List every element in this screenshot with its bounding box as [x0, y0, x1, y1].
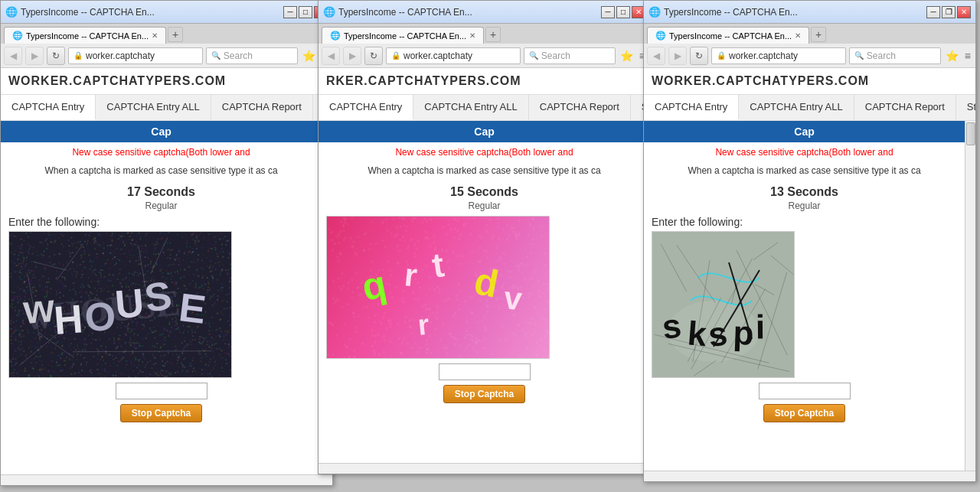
search-box-2[interactable]: 🔍 Search	[524, 47, 616, 64]
main-content-2: Cap New case sensitive captcha(Both lowe…	[318, 121, 650, 463]
window-title-2: TypersIncome -- CAPTCHA En...	[338, 7, 598, 18]
search-icon-1: 🔍	[211, 51, 220, 60]
site-header-1: WORKER.CAPTCHATYPERS.COM	[1, 68, 332, 94]
tab-close-1[interactable]: ✕	[152, 31, 158, 40]
address-icon-2: 🔒	[391, 51, 400, 60]
address-icon-1: 🔒	[74, 51, 83, 60]
tab-add-3[interactable]: +	[811, 27, 826, 42]
site-header-3: WORKER.CAPTCHATYPERS.COM	[644, 68, 975, 94]
nav-menu-2: CAPTCHA Entry CAPTCHA Entry ALL CAPTCHA …	[318, 94, 650, 121]
captcha-image-1	[8, 231, 232, 378]
menu-captcha-entry-3[interactable]: CAPTCHA Entry	[644, 95, 739, 120]
refresh-button-1[interactable]: ↻	[47, 47, 65, 65]
scrollbar-h-2[interactable]	[318, 463, 650, 474]
content-area-2: RKER.CAPTCHATYPERS.COM CAPTCHA Entry CAP…	[318, 68, 650, 474]
address-bar-1[interactable]: 🔒 worker.captchaty	[68, 47, 203, 64]
captcha-container-3: Enter the following:	[644, 216, 965, 378]
window-controls-2: ─ □ ✕	[601, 6, 645, 18]
scrollable-row-3: Cap New case sensitive captcha(Both lowe…	[644, 121, 975, 471]
mode-1: Regular	[1, 200, 322, 216]
scrollable-row-1: Cap New case sensitive captcha(Both lowe…	[1, 121, 332, 474]
info-text-3: When a captcha is marked as case sensiti…	[644, 162, 965, 179]
captcha-input-1[interactable]	[116, 383, 207, 399]
search-box-3[interactable]: 🔍 Search	[849, 47, 941, 64]
menu-captcha-entry-2[interactable]: CAPTCHA Entry	[318, 95, 413, 120]
scrollbar-h-1[interactable]	[1, 474, 332, 485]
back-button-1[interactable]: ◀	[4, 47, 22, 65]
main-content-3: Cap New case sensitive captcha(Both lowe…	[644, 121, 965, 471]
tab-add-2[interactable]: +	[485, 27, 501, 42]
maximize-button-1[interactable]: □	[299, 6, 312, 18]
tab-3-active[interactable]: 🌐 TypersIncome -- CAPTCHA En... ✕	[647, 27, 809, 44]
tab-bar-1: 🌐 TypersIncome -- CAPTCHA En... ✕ +	[1, 24, 332, 44]
scrollbar-h-3[interactable]	[644, 471, 975, 481]
captcha-input-3[interactable]	[759, 383, 851, 399]
address-bar-3[interactable]: 🔒 worker.captchaty	[711, 47, 846, 64]
stop-captcha-button-2[interactable]: Stop Captcha	[443, 385, 525, 403]
info-text-1: When a captcha is marked as case sensiti…	[1, 162, 322, 179]
nav-menu-3: CAPTCHA Entry CAPTCHA Entry ALL CAPTCHA …	[644, 94, 975, 121]
mode-2: Regular	[318, 200, 650, 216]
minimize-button-3[interactable]: ─	[926, 6, 940, 18]
address-bar-2[interactable]: 🔒 worker.captchaty	[386, 47, 521, 64]
captcha-image-3	[652, 231, 795, 378]
nav-stars-3[interactable]: ⭐	[944, 48, 960, 64]
captcha-header-3: Cap	[644, 121, 965, 142]
menu-captcha-report-1[interactable]: CAPTCHA Report	[211, 95, 313, 120]
back-button-2[interactable]: ◀	[322, 47, 340, 65]
menu-statistics-3[interactable]: Statistics	[956, 95, 975, 120]
notice-text-1: New case sensitive captcha(Both lower an…	[1, 142, 322, 162]
menu-captcha-report-2[interactable]: CAPTCHA Report	[529, 95, 631, 120]
nav-bar-1: ◀ ▶ ↻ 🔒 worker.captchaty 🔍 Search ⭐ ≡	[1, 44, 332, 68]
scrollbar-v-3[interactable]	[965, 121, 975, 471]
title-bar-2: 🌐 TypersIncome -- CAPTCHA En... ─ □ ✕	[318, 1, 650, 24]
menu-captcha-entry-all-1[interactable]: CAPTCHA Entry ALL	[96, 95, 211, 120]
menu-captcha-entry-1[interactable]: CAPTCHA Entry	[1, 95, 96, 120]
tab-add-1[interactable]: +	[168, 27, 183, 42]
browser-window-3: 🌐 TypersIncome -- CAPTCHA En... ─ ❐ ✕ 🌐 …	[643, 0, 976, 482]
enter-label-1: Enter the following:	[8, 216, 100, 228]
menu-captcha-entry-all-2[interactable]: CAPTCHA Entry ALL	[413, 95, 528, 120]
forward-button-1[interactable]: ▶	[25, 47, 44, 65]
window-controls-3: ─ ❐ ✕	[926, 6, 971, 18]
minimize-button-2[interactable]: ─	[601, 6, 615, 18]
mode-3: Regular	[644, 200, 965, 216]
nav-stars-1[interactable]: ⭐	[301, 48, 317, 64]
menu-captcha-entry-all-3[interactable]: CAPTCHA Entry ALL	[739, 95, 854, 120]
stop-captcha-button-1[interactable]: Stop Captcha	[120, 404, 202, 422]
info-text-2: When a captcha is marked as case sensiti…	[318, 162, 650, 179]
tab-2-active[interactable]: 🌐 TypersIncome -- CAPTCHA En... ✕	[322, 27, 484, 44]
timer-2: 15 Seconds	[318, 179, 650, 200]
refresh-button-3[interactable]: ↻	[690, 47, 708, 65]
notice-text-3: New case sensitive captcha(Both lower an…	[644, 142, 965, 162]
content-area-1: WORKER.CAPTCHATYPERS.COM CAPTCHA Entry C…	[1, 68, 332, 485]
close-button-3[interactable]: ✕	[957, 6, 971, 18]
site-header-2: RKER.CAPTCHATYPERS.COM	[318, 68, 650, 94]
menu-captcha-report-3[interactable]: CAPTCHA Report	[854, 95, 956, 120]
nav-stars-2[interactable]: ⭐	[619, 48, 635, 64]
tab-close-3[interactable]: ✕	[795, 31, 801, 40]
captcha-container-2	[318, 216, 650, 359]
maximize-button-2[interactable]: □	[616, 6, 630, 18]
scrollable-row-2: Cap New case sensitive captcha(Both lowe…	[318, 121, 650, 463]
restore-button-3[interactable]: ❐	[942, 6, 956, 18]
search-icon-3: 🔍	[854, 51, 864, 60]
tab-close-2[interactable]: ✕	[469, 31, 475, 40]
refresh-button-2[interactable]: ↻	[364, 47, 383, 65]
tab-bar-2: 🌐 TypersIncome -- CAPTCHA En... ✕ +	[318, 24, 650, 44]
stop-captcha-button-3[interactable]: Stop Captcha	[763, 404, 845, 422]
timer-1: 17 Seconds	[1, 179, 322, 200]
back-button-3[interactable]: ◀	[647, 47, 665, 65]
minimize-button-1[interactable]: ─	[283, 6, 297, 18]
tab-1-active[interactable]: 🌐 TypersIncome -- CAPTCHA En... ✕	[4, 27, 166, 44]
nav-menu-1: CAPTCHA Entry CAPTCHA Entry ALL CAPTCHA …	[1, 94, 332, 121]
scrollbar-thumb-3[interactable]	[966, 122, 975, 145]
timer-3: 13 Seconds	[644, 179, 965, 200]
nav-menu-btn-3[interactable]: ≡	[963, 48, 972, 64]
title-bar-3: 🌐 TypersIncome -- CAPTCHA En... ─ ❐ ✕	[644, 1, 975, 24]
forward-button-2[interactable]: ▶	[343, 47, 361, 65]
forward-button-3[interactable]: ▶	[668, 47, 687, 65]
nav-bar-3: ◀ ▶ ↻ 🔒 worker.captchaty 🔍 Search ⭐ ≡	[644, 44, 975, 68]
captcha-input-2[interactable]	[439, 363, 531, 380]
search-box-1[interactable]: 🔍 Search	[206, 47, 298, 64]
